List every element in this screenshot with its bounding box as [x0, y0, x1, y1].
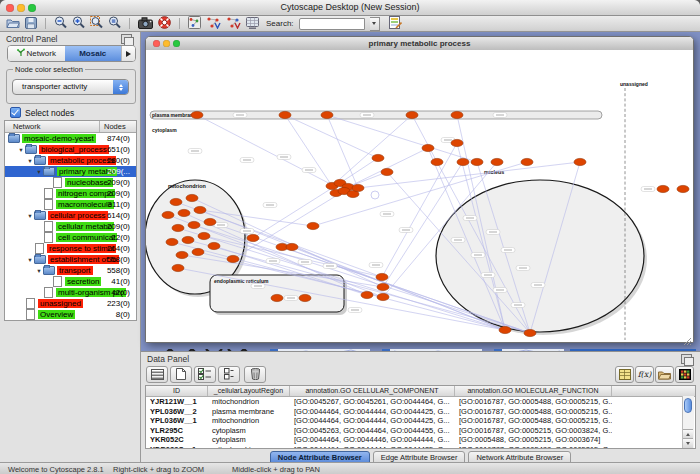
attribute-table-button[interactable] — [146, 366, 168, 383]
table-row[interactable]: YDR039C__1mitochondrion[GO:0044464, GO:0… — [146, 445, 695, 450]
graph-node[interactable] — [170, 198, 182, 205]
network-tree-row[interactable]: response to stimul264(0) — [5, 243, 136, 254]
expanded-triangle-icon[interactable]: ▼ — [35, 169, 43, 175]
graph-node[interactable] — [657, 185, 669, 192]
scrollbar-thumb[interactable] — [684, 398, 692, 413]
table-row[interactable]: YPL036W__1mitochondrion[GO:0044464, GO:0… — [146, 416, 695, 426]
graph-node[interactable] — [376, 273, 388, 280]
graph-node[interactable] — [471, 158, 483, 165]
graph-node[interactable] — [352, 184, 364, 191]
table-column-header[interactable]: ID — [146, 386, 208, 396]
graph-node[interactable] — [166, 238, 178, 245]
network-canvas[interactable]: plasma membranecytoplasmmitochondrionnuc… — [146, 50, 693, 342]
layout-grid-button[interactable] — [246, 17, 259, 31]
graph-node[interactable] — [574, 158, 586, 165]
node-color-dropdown[interactable]: transporter activity — [12, 79, 129, 95]
search-dropdown-button[interactable] — [370, 17, 380, 31]
float-panel-icon[interactable] — [121, 34, 132, 44]
graph-node[interactable] — [361, 291, 373, 298]
network-tree-row[interactable]: cell communicat22(0) — [5, 232, 136, 243]
new-attribute-button[interactable] — [170, 366, 192, 383]
graph-node[interactable] — [194, 206, 206, 213]
network-tree-row[interactable]: secretion41(0) — [5, 276, 136, 287]
network-panel-button[interactable] — [188, 17, 201, 31]
graph-node[interactable] — [172, 224, 184, 231]
tab-mosaic[interactable]: Mosaic — [65, 46, 122, 61]
graph-node[interactable] — [176, 251, 188, 258]
graph-node[interactable] — [299, 294, 311, 301]
network-view-window[interactable]: primary metabolic process plasma membran… — [145, 36, 694, 343]
help-button[interactable] — [158, 17, 171, 31]
graph-node[interactable] — [499, 326, 511, 333]
graph-node[interactable] — [186, 194, 198, 201]
attribute-editor-button[interactable] — [389, 17, 402, 31]
tab-network[interactable]: Network — [8, 46, 65, 61]
network-tree-row[interactable]: ▼biological_process651(0) — [5, 144, 136, 155]
expanded-triangle-icon[interactable]: ▼ — [26, 213, 34, 219]
graph-node[interactable] — [247, 234, 259, 241]
zoom-out-button[interactable] — [54, 17, 67, 31]
expanded-triangle-icon[interactable]: ▼ — [26, 257, 34, 263]
network-tree-row[interactable]: ▼establishment of lo558(0) — [5, 254, 136, 265]
graph-node[interactable] — [198, 232, 210, 239]
expanded-triangle-icon[interactable]: ▼ — [26, 158, 34, 164]
table-column-header[interactable]: _cellularLayoutRegion — [208, 386, 290, 396]
zoom-fit-button[interactable] — [108, 17, 121, 31]
search-input[interactable] — [299, 18, 365, 30]
graph-node[interactable] — [227, 255, 239, 262]
delete-attribute-button[interactable] — [244, 366, 266, 383]
table-row[interactable]: YPL036W__2plasma membrane[GO:0044464, GO… — [146, 407, 695, 417]
zoom-selected-button[interactable] — [90, 17, 103, 31]
graph-node[interactable] — [286, 243, 298, 250]
graph-node[interactable] — [307, 222, 319, 229]
select-attributes-button[interactable] — [194, 366, 216, 383]
tab-overflow-button[interactable] — [121, 46, 135, 61]
heatmap-button[interactable] — [675, 366, 694, 383]
function-builder-button[interactable]: f(x) — [635, 366, 654, 383]
table-row[interactable]: YKR052Ccytoplasm[GO:0044464, GO:0044446,… — [146, 435, 695, 445]
network-tree-row[interactable]: ▼metabolic process280(0) — [5, 155, 136, 166]
visual-style-a-button[interactable] — [206, 17, 221, 31]
graph-node[interactable] — [381, 168, 393, 175]
network-tree-row[interactable]: Overview8(0) — [5, 309, 136, 320]
graph-node[interactable] — [406, 111, 418, 118]
open-session-button[interactable] — [6, 17, 20, 31]
graph-node[interactable] — [377, 283, 389, 290]
network-tree-row[interactable]: unassigned223(0) — [5, 298, 136, 309]
graph-node[interactable] — [191, 111, 203, 118]
graph-node[interactable] — [451, 139, 463, 146]
network-tree-row[interactable]: mosaic-demo-yeast874(0) — [5, 133, 136, 144]
table-column-header[interactable]: annotation.GO MOLECULAR_FUNCTION — [455, 386, 612, 396]
network-tree-row[interactable]: nucleobase-209(0) — [5, 177, 136, 188]
graph-node[interactable] — [451, 111, 463, 118]
scroll-down-button[interactable] — [683, 438, 693, 448]
graph-node[interactable] — [208, 242, 220, 249]
graph-node[interactable] — [377, 293, 389, 300]
graph-node[interactable] — [279, 111, 291, 118]
expanded-triangle-icon[interactable]: ▼ — [17, 147, 25, 153]
visual-style-b-button[interactable] — [226, 17, 241, 31]
graph-node[interactable] — [271, 294, 283, 301]
graph-node[interactable] — [372, 154, 384, 161]
graph-node[interactable] — [188, 221, 200, 228]
graph-node[interactable] — [422, 144, 434, 151]
resize-grip-icon[interactable] — [683, 332, 692, 341]
snapshot-button[interactable] — [138, 17, 153, 31]
graph-node[interactable] — [172, 264, 184, 271]
graph-node[interactable] — [431, 158, 443, 165]
select-nodes-checkbox[interactable] — [10, 107, 21, 118]
graph-node[interactable] — [677, 185, 689, 192]
graph-node[interactable] — [204, 218, 216, 225]
network-tree-row[interactable]: ▼primary metabo209(... — [5, 166, 136, 177]
graph-node[interactable] — [491, 158, 503, 165]
network-tree-row[interactable]: nitrogen compo209(0) — [5, 188, 136, 199]
zoom-in-button[interactable] — [72, 17, 85, 31]
graph-node[interactable] — [521, 158, 533, 165]
graph-node[interactable] — [321, 111, 333, 118]
float-panel-icon[interactable] — [681, 354, 692, 364]
import-attributes-button[interactable] — [655, 366, 674, 383]
table-row[interactable]: YJR121W__1mitochondrion[GO:0045267, GO:0… — [146, 397, 695, 407]
network-tree-row[interactable]: ▼cellular process614(0) — [5, 210, 136, 221]
table-scrollbar[interactable] — [682, 396, 694, 448]
graph-node[interactable] — [162, 211, 174, 218]
